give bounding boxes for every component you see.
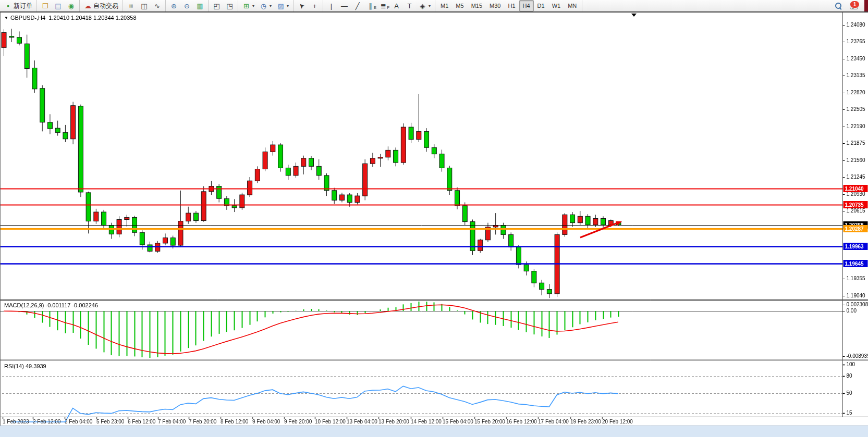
autotrading-button[interactable]: ☁自动交易 [81,0,121,11]
cursor-tool-button[interactable]: ➤ [295,0,308,11]
timeframe-button-m1[interactable]: M1 [437,0,452,11]
periods-button[interactable]: ◷▾ [257,0,274,11]
autotrade-icon: ☁ [84,2,92,10]
tile-windows-button[interactable]: ▦ [193,0,206,11]
chart-symbol-period: GBPUSD-,H4 [10,15,45,21]
price-chart-canvas[interactable] [0,0,868,437]
macd-values: -0.001117 -0.002246 [45,302,98,308]
rsi-value: 49.3939 [26,363,46,369]
market-depth-button[interactable]: ▤ [52,0,65,11]
toolbar-group: ≡◫∿ [123,0,166,11]
crosshair-tool-button[interactable]: + [308,0,321,11]
zoomout-icon: ⊖ [183,2,191,10]
crosshair-icon: + [311,2,319,10]
channel-icon: ∥E [366,2,374,10]
notifications-button[interactable]: 1 [847,0,861,11]
vertical-line-tool[interactable]: | [325,0,338,11]
cursor-icon: ➤ [296,0,307,11]
tline-icon: ╱ [353,2,361,10]
macd-name: MACD(12,26,9) [4,302,44,308]
equidistant-channel-tool[interactable]: ∥E [364,0,377,11]
autotrading-button-label: 自动交易 [93,2,118,10]
dropdown-caret-icon: ▾ [429,4,431,8]
new-chart-button[interactable]: ⊞▾ [240,0,257,11]
linemode-icon: ∿ [153,2,161,10]
icon-subscript: E [374,4,376,11]
candles-icon: ◫ [140,2,148,10]
new-order-button-label: 新订单 [14,2,32,10]
newchart-icon: ⊞ [242,2,250,10]
chart-ohlc-values: 1.20410 1.20418 1.20344 1.20358 [48,15,136,21]
new-order-button[interactable]: ▪新订单 [2,0,35,11]
hline-icon: — [340,2,348,10]
chart-title: ▼GBPUSD-,H4 1.20410 1.20418 1.20344 1.20… [4,15,137,21]
zoom-out-button[interactable]: ⊖ [180,0,193,11]
template-icon: ▨ [277,2,285,10]
neworder-icon: ▪ [4,2,12,10]
timeframe-button-h1[interactable]: H1 [504,0,519,11]
text-tool[interactable]: A [390,0,403,11]
textA-icon: A [393,2,400,10]
candlestick-mode-button[interactable]: ◫ [138,0,151,11]
timeframe-button-w1[interactable]: W1 [548,0,565,11]
symbols-book-button[interactable]: ❒ [39,0,52,11]
text-label-tool[interactable]: T [403,0,416,11]
icon-subscript: F [387,4,389,11]
toolbar-group: ⊞▾◷▾▨▾ [238,0,294,11]
book-icon: ❒ [41,2,49,10]
window-corner-decoration [864,0,868,11]
trendline-tool[interactable]: ╱ [351,0,364,11]
toolbar-group: ❒▤◉ [37,0,80,11]
toolbar-group: ⊕⊖▦ [166,0,209,11]
toolbar-right-tools: 1 [831,0,868,11]
toolbar-group: ☁自动交易 [80,0,123,11]
arrange-charts-button[interactable]: ◰ [210,0,223,11]
zoomin-icon: ⊕ [170,2,178,10]
dropdown-caret-icon: ▾ [287,4,289,8]
fibonacci-tool[interactable]: ≣F [377,0,390,11]
signal-icon: ◉ [67,2,75,10]
timeframe-button-h4[interactable]: H4 [519,0,534,11]
line-chart-mode-button[interactable]: ∿ [151,0,164,11]
timeframe-toolbar: M1M5M15M30H1H4D1W1MN [435,0,582,11]
notification-badge: 1 [850,1,859,8]
templates-button[interactable]: ▨▾ [274,0,291,11]
toolbar-group: ▪新订单 [0,0,37,11]
search-button[interactable] [833,0,844,11]
arr1-icon: ◰ [213,2,221,10]
depth-icon: ▤ [54,2,62,10]
timeframe-button-d1[interactable]: D1 [534,0,548,11]
toolbar-group: ➤+ [294,0,323,11]
rsi-name: RSI(14) [4,363,24,369]
main-toolbar: ▪新订单❒▤◉☁自动交易≡◫∿⊕⊖▦◰◳⊞▾◷▾▨▾➤+|—╱∥E≣FAT◈▾M… [0,0,868,13]
toolbar-group: |—╱∥E≣FAT◈▾ [323,0,435,11]
signals-button[interactable]: ◉ [65,0,78,11]
dropdown-caret-icon: ▾ [270,4,272,8]
dropdown-caret-icon: ▾ [252,4,254,8]
bar-chart-mode-button[interactable]: ≡ [125,0,138,11]
bars-icon: ≡ [127,2,135,10]
timeframe-button-m5[interactable]: M5 [452,0,467,11]
timeframe-button-m30[interactable]: M30 [486,0,504,11]
rsi-indicator-label: RSI(14) 49.3939 [4,363,46,369]
arr2-icon: ◳ [226,2,234,10]
zoom-in-button[interactable]: ⊕ [167,0,180,11]
horizontal-line-tool[interactable]: — [338,0,351,11]
textT-icon: T [406,2,413,10]
timeframe-button-m15[interactable]: M15 [468,0,486,11]
shapes-icon: ◈ [419,2,426,10]
macd-indicator-label: MACD(12,26,9) -0.001117 -0.002246 [4,302,98,308]
clock-icon: ◷ [260,2,267,10]
search-icon [835,3,841,9]
tiles-icon: ▦ [196,2,204,10]
shapes-tool[interactable]: ◈▾ [416,0,433,11]
vline-icon: | [327,2,335,10]
timeframe-button-mn[interactable]: MN [564,0,580,11]
fibo-icon: ≣F [380,2,387,10]
terminal-window: ▪新订单❒▤◉☁自动交易≡◫∿⊕⊖▦◰◳⊞▾◷▾▨▾➤+|—╱∥E≣FAT◈▾M… [0,0,868,437]
toolbar-group: ◰◳ [209,0,238,11]
cascade-charts-button[interactable]: ◳ [223,0,236,11]
chevron-down-icon: ▼ [4,16,8,20]
